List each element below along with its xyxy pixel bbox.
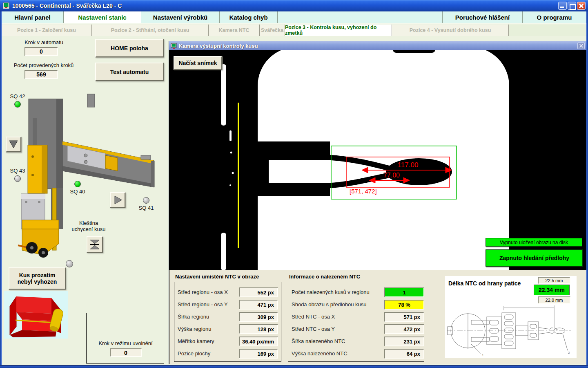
length-measured-value: 22.34 mm: [534, 285, 570, 295]
tab-svarecka[interactable]: Svářečka: [260, 25, 285, 36]
dimension-inner-label: 77.00: [383, 172, 400, 179]
window-border-left: [0, 11, 2, 368]
field-label: Výška nalezeného NTC: [292, 349, 347, 359]
steps-done-value: 569: [24, 70, 58, 79]
region-center-y-field[interactable]: 471 px: [239, 300, 278, 310]
tab-hlavni-panel[interactable]: Hlavní panel: [2, 11, 64, 23]
down-arrow-icon: [8, 139, 19, 150]
camera-window-icon: [171, 43, 177, 49]
region-height-field[interactable]: 128 px: [239, 324, 278, 334]
eject-led: [66, 260, 73, 267]
load-image-button[interactable]: Načíst snímek: [174, 56, 222, 70]
close-button[interactable]: [577, 2, 586, 10]
tab-o-programu[interactable]: O programu: [523, 11, 586, 23]
field-label: Střed NTC - osa Y: [292, 324, 335, 334]
sq40-label: SQ 40: [67, 188, 88, 195]
center-coordinates-label: [571, 472]: [350, 188, 377, 195]
camera-window: Kamera výstupní kontroly kusu: [169, 41, 587, 364]
app-icon: [2, 2, 10, 9]
camera-image: 117.00 77.00 [571, 472]: [169, 50, 586, 270]
window-border-bottom: [0, 365, 588, 368]
play-arrow-icon: [112, 195, 123, 205]
ntc-center-x-value: 571 px: [384, 312, 424, 322]
template-match-value: 78 %: [384, 300, 424, 310]
sq42-label: SQ 42: [7, 93, 28, 99]
camera-scale-field[interactable]: 36.40 px/mm: [239, 337, 278, 346]
connector-technical-drawing: 1 2: [447, 305, 574, 357]
pieces-found-value: 1: [384, 287, 424, 297]
ntc-height-value: 64 px: [384, 349, 424, 359]
camera-window-titlebar: Kamera výstupní kontroly kusu: [169, 41, 586, 50]
region-settings-title: Nastavení umístění NTC v obraze: [175, 274, 259, 280]
field-label: Měřítko kamery: [178, 337, 214, 346]
home-position-button[interactable]: HOME poloha: [95, 39, 164, 57]
field-label: Výška regionu: [178, 324, 211, 334]
field-label: Pozice plochy: [178, 349, 210, 359]
minimize-button[interactable]: [558, 2, 567, 10]
template-search-toggle[interactable]: Zapnuto hledání předlohy: [486, 249, 583, 267]
maximize-button[interactable]: [568, 2, 576, 10]
tab-poruchove-hlaseni[interactable]: Poruchové hlášení: [443, 11, 523, 23]
field-label: Šířka regionu: [178, 312, 209, 322]
surface-position-field[interactable]: 169 px: [239, 349, 278, 359]
step-counter-value: 0: [24, 47, 58, 56]
clamp-icon: [89, 239, 100, 250]
move-down-button[interactable]: [6, 137, 21, 152]
tab-spacer: [278, 11, 443, 23]
application-window: 1000565 - Continental - Svářečka L20 - C…: [0, 0, 588, 368]
ntc-length-title: Délka NTC od hrany patice: [448, 280, 521, 287]
primary-tab-bar: Hlavní panel Nastavení stanic Nastavení …: [2, 11, 586, 24]
callout-2: 2: [568, 351, 570, 355]
reject-bin-image: [4, 291, 68, 339]
window-border-right: [586, 11, 588, 368]
tab-nastaveni-vyrobku[interactable]: Nastavení výrobků: [141, 11, 220, 23]
title-bar: 1000565 - Continental - Svářečka L20 - C: [0, 0, 588, 11]
ntc-length-panel: Délka NTC od hrany patice 22.5 mm 22.34 …: [445, 276, 577, 358]
move-right-button[interactable]: [110, 192, 125, 208]
tab-spacer: [509, 25, 586, 36]
window-title: 1000565 - Continental - Svářečka L20 - C: [12, 2, 122, 9]
release-step-label: Krok v režimu uvolnění: [90, 340, 161, 346]
tab-pozice-3[interactable]: Pozice 3 - Kontrola kusu, vyhození do zm…: [285, 25, 392, 36]
ntc-width-value: 231 px: [384, 337, 424, 346]
tab-katalog-chyb[interactable]: Katalog chyb: [220, 11, 278, 23]
region-settings-groupbox: Střed regionu - osa X 552 px Střed regio…: [174, 282, 281, 362]
camera-bottom-panel: Nastavení umístění NTC v obraze Střed re…: [169, 270, 586, 364]
ntc-info-groupbox: Počet nalezených kusů v regionu 1 Shoda …: [288, 282, 424, 362]
clamp-toggle-button[interactable]: [87, 236, 103, 253]
reference-line: [238, 103, 239, 248]
tab-pozice-4[interactable]: Pozice 4 - Vysunutí dobrého kusu: [392, 25, 509, 36]
release-mode-groupbox: Krok v režimu uvolnění 0: [86, 313, 164, 364]
field-label: Střed regionu - osa Y: [178, 300, 228, 310]
camera-close-icon[interactable]: [577, 43, 585, 49]
eject-status-button[interactable]: Kus prozatím nebyl vyhozen: [9, 267, 66, 289]
camera-window-title: Kamera výstupní kontroly kusu: [179, 43, 258, 49]
region-width-field[interactable]: 309 px: [239, 312, 278, 322]
tab-pozice-1[interactable]: Pozice 1 - Založení kusu: [2, 25, 92, 36]
clamp-label: Kleština uchycení kusu: [60, 220, 117, 232]
ntc-info-title: Informace o nalezeném NTC: [289, 274, 360, 280]
sq43-label: SQ 43: [7, 168, 28, 174]
tab-kamera-ntc[interactable]: Kamera NTC: [209, 25, 260, 36]
field-label: Shoda obrazu s předlohou kusu: [292, 300, 367, 310]
save-image-toggle[interactable]: Vypnuto uložení obrazu na disk: [486, 238, 582, 247]
field-label: Střed regionu - osa X: [178, 287, 228, 297]
sq41-led: [143, 197, 149, 204]
sq41-label: SQ 41: [136, 205, 156, 211]
step-counter-label: Krok v automatu: [10, 39, 78, 45]
field-label: Počet nalezených kusů v regionu: [292, 287, 370, 297]
region-center-x-field[interactable]: 552 px: [239, 287, 278, 297]
length-max-value: 22.5 mm: [538, 277, 570, 284]
callout-1: 1: [482, 353, 484, 357]
sq40-led: [74, 181, 81, 187]
tab-pozice-2[interactable]: Pozice 2 - Stříhání, otočení kusu: [92, 25, 209, 36]
steps-done-label: Počet provedených kroků: [5, 62, 82, 68]
sq42-led: [14, 101, 21, 108]
ntc-center-y-value: 472 px: [384, 324, 424, 334]
length-min-value: 22.0 mm: [538, 296, 570, 304]
tab-nastaveni-stanic[interactable]: Nastavení stanic: [64, 11, 141, 23]
station-tab-bar: Pozice 1 - Založení kusu Pozice 2 - Stří…: [2, 25, 586, 36]
test-automat-button[interactable]: Test automatu: [95, 63, 164, 81]
release-step-value: 0: [110, 348, 142, 357]
field-label: Střed NTC - osa X: [292, 312, 335, 322]
